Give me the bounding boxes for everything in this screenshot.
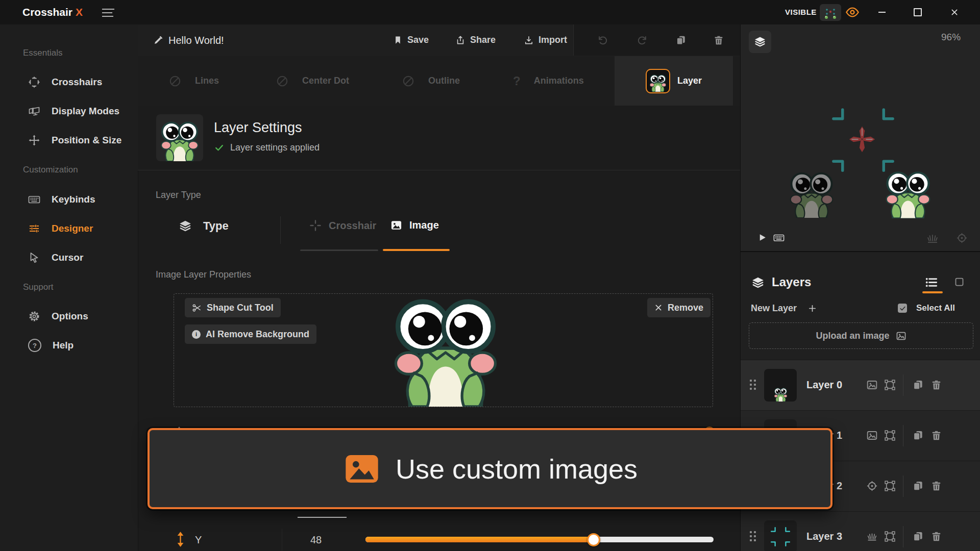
frog-image (774, 388, 788, 402)
tab-lines[interactable]: Lines (168, 56, 219, 106)
layer-row-0[interactable]: Layer 0 (741, 360, 980, 410)
sidebar-item-cursor[interactable]: Cursor (28, 251, 83, 264)
status-text: Layer settings applied (230, 142, 320, 153)
duplicate-layer-icon[interactable] (912, 531, 924, 542)
eye-off-icon (168, 74, 182, 88)
duplicate-layer-icon[interactable] (912, 379, 924, 391)
list-view-icon[interactable] (924, 276, 938, 289)
layer-settings-thumbnail (156, 114, 203, 161)
grid-view-icon[interactable] (954, 277, 965, 287)
keyboard-preview-icon[interactable] (772, 232, 786, 243)
select-all-control[interactable]: Select All (898, 303, 955, 313)
x-icon (654, 304, 663, 312)
layers-icon (751, 276, 765, 289)
sidebar-item-label: Keybinds (52, 194, 95, 205)
layer-settings-header: Layer Settings Layer settings applied (138, 106, 740, 170)
share-button[interactable]: Share (455, 24, 496, 56)
image-icon (896, 331, 906, 341)
delete-layer-icon[interactable] (930, 430, 942, 441)
image-type-icon (866, 379, 878, 391)
drag-handle-icon[interactable] (750, 531, 756, 541)
sidebar-item-help[interactable]: ? Help (28, 339, 74, 352)
button-label: Shape Cut Tool (207, 303, 274, 313)
layer-type-label: Layer Type (156, 190, 201, 201)
recenter-target-icon[interactable] (956, 232, 968, 244)
crosshair-mini-preview[interactable] (820, 4, 841, 21)
document-header: Hello World! Save Share Import (138, 24, 740, 57)
mini-chevron-bl (770, 541, 776, 547)
updown-arrows-icon (176, 531, 185, 547)
document-title: Hello World! (168, 35, 224, 46)
redo-icon[interactable] (636, 35, 648, 46)
sidebar-item-options[interactable]: Options (28, 310, 88, 323)
section-label-support: Support (23, 282, 54, 292)
duplicate-icon[interactable] (675, 35, 687, 46)
import-icon (524, 35, 534, 45)
transform-frame-icon[interactable] (884, 379, 896, 391)
tab-crosshair-type[interactable]: Crosshair (309, 219, 376, 232)
gear-icon (28, 310, 40, 322)
save-button[interactable]: Save (393, 24, 429, 56)
drag-handle-icon[interactable] (750, 380, 756, 390)
delete-layer-icon[interactable] (930, 379, 942, 391)
sidebar-item-label: Position & Size (52, 135, 121, 146)
import-button[interactable]: Import (524, 24, 567, 56)
list-view-active-underline (922, 291, 943, 293)
duplicate-layer-icon[interactable] (912, 430, 924, 441)
layer-row-3[interactable]: Layer 3 (741, 511, 980, 551)
sidebar-item-crosshairs[interactable]: Crosshairs (28, 76, 102, 89)
sidebar-item-position-size[interactable]: Position & Size (28, 134, 121, 147)
select-all-checkbox[interactable] (898, 304, 907, 313)
hidden-row-input-underline (298, 517, 347, 518)
undo-icon[interactable] (597, 35, 608, 46)
tab-label: Image (409, 219, 439, 231)
tab-animations[interactable]: ? Animations (513, 56, 584, 106)
layer-settings-title: Layer Settings (214, 120, 302, 136)
tab-image-type[interactable]: Image (390, 219, 439, 231)
tab-center-dot[interactable]: Center Dot (276, 56, 349, 106)
transform-frame-icon[interactable] (884, 531, 896, 542)
close-button[interactable] (943, 0, 966, 24)
duplicate-layer-icon[interactable] (912, 480, 924, 492)
sidebar-item-keybinds[interactable]: Keybinds (28, 193, 95, 206)
y-position-row: Y 48 (138, 525, 740, 551)
y-slider-track[interactable] (365, 537, 714, 542)
y-axis-label: Y (195, 534, 202, 546)
plus-icon (808, 304, 817, 313)
y-slider-handle[interactable] (587, 533, 600, 546)
delete-icon[interactable] (713, 35, 724, 46)
ai-remove-background-button[interactable]: i AI Remove Background (185, 324, 316, 344)
layer-settings-status: Layer settings applied (214, 142, 320, 153)
delete-layer-icon[interactable] (930, 480, 942, 492)
minimize-button[interactable] (872, 0, 892, 24)
preview-frog-active (885, 171, 932, 218)
custom-image-icon (342, 449, 381, 488)
delete-layer-icon[interactable] (930, 531, 942, 542)
layers-overlay-toggle[interactable] (749, 31, 771, 53)
rename-pencil-icon[interactable] (153, 35, 163, 45)
transform-frame-icon[interactable] (884, 430, 896, 441)
crosshair-center-cross (848, 125, 876, 154)
app-name-x: X (76, 6, 83, 18)
new-layer-button[interactable]: New Layer (751, 303, 817, 314)
share-label: Share (470, 35, 496, 45)
visibility-eye-icon[interactable] (845, 5, 860, 19)
tab-label: Layer (677, 76, 702, 86)
row-divider (903, 475, 903, 497)
preview-frog-dimmed (789, 172, 835, 218)
new-layer-label: New Layer (751, 303, 797, 314)
maximize-button[interactable] (908, 0, 928, 24)
play-preview-icon[interactable] (757, 233, 767, 242)
remove-image-button[interactable]: Remove (647, 298, 710, 317)
hamburger-menu-icon[interactable] (102, 9, 114, 17)
preview-pane: 96% (740, 24, 980, 251)
upload-image-button[interactable]: Upload an image (749, 322, 973, 349)
layer-thumbnail (764, 369, 797, 402)
shape-cut-tool-button[interactable]: Shape Cut Tool (185, 298, 281, 317)
tab-layer[interactable]: Layer (615, 56, 733, 106)
tab-outline[interactable]: Outline (402, 56, 460, 106)
sidebar-item-display-modes[interactable]: Display Modes (28, 105, 119, 118)
animation-burst-icon[interactable] (926, 232, 939, 245)
transform-frame-icon[interactable] (884, 480, 896, 492)
sidebar-item-designer[interactable]: Designer (28, 222, 93, 235)
